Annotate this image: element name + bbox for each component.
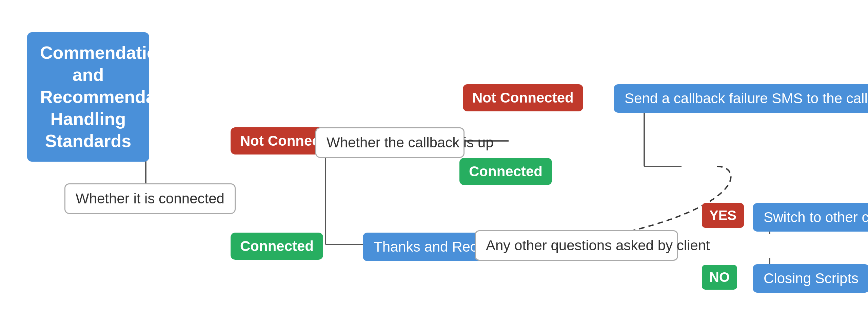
no-node: NO xyxy=(702,265,737,290)
closing-scripts-node: Closing Scripts xyxy=(753,264,868,293)
yes-node: YES xyxy=(702,203,744,228)
connected-2-node: Connected xyxy=(231,233,323,260)
connected-1-label: Connected xyxy=(469,163,542,179)
not-connected-2-label: Not Connected xyxy=(472,90,574,106)
whether-connected-node: Whether it is connected xyxy=(64,183,236,214)
whether-callback-node: Whether the callback is up xyxy=(315,127,465,158)
yes-label: YES xyxy=(709,208,736,223)
connected-2-label: Connected xyxy=(240,238,314,254)
switch-process-node: Switch to other corresponding process xyxy=(753,203,868,232)
any-other-node: Any other questions asked by client xyxy=(475,230,678,261)
not-connected-2-node: Not Connected xyxy=(463,84,583,111)
closing-scripts-label: Closing Scripts xyxy=(764,270,859,286)
send-sms-node: Send a callback failure SMS to the calle… xyxy=(614,84,868,113)
connected-1-node: Connected xyxy=(459,158,552,185)
send-sms-label: Send a callback failure SMS to the calle… xyxy=(625,90,868,106)
switch-process-label: Switch to other corresponding process xyxy=(764,209,868,225)
no-label: NO xyxy=(709,270,730,285)
whether-callback-label: Whether the callback is up xyxy=(327,134,494,150)
whether-connected-label: Whether it is connected xyxy=(76,190,224,206)
root-node: Commendation and Recommendation Handling… xyxy=(27,32,149,162)
any-other-label: Any other questions asked by client xyxy=(486,237,710,253)
